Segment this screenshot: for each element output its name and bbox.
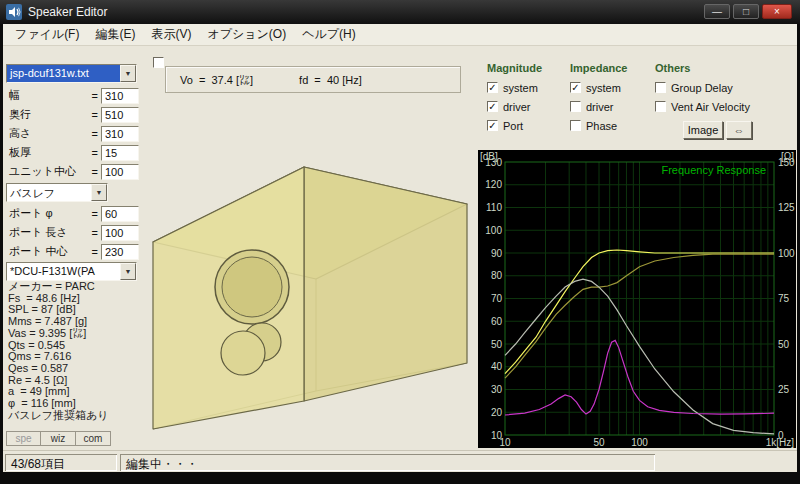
- equals-sign: =: [92, 166, 98, 178]
- port-param-label: ポート 長さ: [5, 225, 91, 240]
- menu-help[interactable]: ヘルプ(H): [294, 24, 364, 46]
- tab-spe[interactable]: spe: [6, 431, 41, 446]
- checkbox-magnitude-driver[interactable]: ✓: [487, 101, 498, 112]
- box-right-face: [304, 167, 467, 401]
- right-tick-label: 75: [778, 293, 790, 304]
- checkbox-label: Vent Air Velocity: [671, 101, 750, 113]
- equals-sign: =: [92, 227, 98, 239]
- right-tick-label: 25: [778, 384, 790, 395]
- port-param-input-item[interactable]: [101, 206, 139, 222]
- checkbox-row: Vent Air Velocity: [655, 97, 750, 116]
- left-tick-label: 110: [486, 202, 502, 213]
- right-tick-label: 125: [778, 202, 795, 213]
- checkbox-others-vent-air-velocity[interactable]: [655, 101, 666, 112]
- checkbox-label: Phase: [586, 120, 617, 132]
- port-param-input-item[interactable]: [101, 244, 139, 260]
- checkbox-label: Port: [503, 120, 523, 132]
- option-group-others: OthersGroup DelayVent Air Velocity: [655, 62, 750, 116]
- box-parameter-groupbox: Vo = 37.4 [㍑] fd = 40 [Hz]: [165, 66, 461, 93]
- checkbox-impedance-phase[interactable]: [570, 120, 581, 131]
- equals-sign: =: [92, 128, 98, 140]
- dimension-label: ユニット中心: [5, 164, 91, 179]
- vo-value: Vo = 37.4 [㍑]: [180, 74, 253, 86]
- close-button[interactable]: ×: [762, 4, 792, 19]
- dimension-input-item[interactable]: [101, 88, 139, 104]
- maximize-button[interactable]: □: [733, 4, 759, 19]
- checkbox-row: ✓Port: [487, 116, 542, 135]
- speaker-editor-window: Speaker Editor — □ × ファイル(F)編集(E)表示(V)オプ…: [0, 0, 800, 484]
- left-tick-label: 130: [485, 157, 502, 168]
- port-param-label: ポート φ: [5, 206, 91, 221]
- dimension-row: ユニット中心=: [5, 162, 139, 181]
- bottom-tabs: spewizcom: [6, 431, 111, 446]
- left-tick-label: 40: [491, 361, 503, 372]
- checkbox-label: driver: [586, 101, 614, 113]
- dimension-input-item[interactable]: [101, 145, 139, 161]
- chart-title: Frequency Response: [661, 164, 766, 176]
- status-edit-state: 編集中・・・: [120, 454, 655, 471]
- box-info-checkbox[interactable]: [153, 57, 164, 68]
- port-param-input-item[interactable]: [101, 225, 139, 241]
- driver-spec-line: φ = 116 [mm]: [8, 398, 109, 410]
- dimension-input-item[interactable]: [101, 164, 139, 180]
- dimension-label: 幅: [5, 88, 91, 103]
- app-speaker-icon: [6, 4, 22, 20]
- tab-wiz[interactable]: wiz: [41, 431, 76, 446]
- driver-spec-line: メーカー = PARC: [8, 281, 109, 293]
- checkbox-row: ✓system: [570, 78, 627, 97]
- checkbox-row: ✓system: [487, 78, 542, 97]
- port-param-row: ポート 長さ=: [5, 223, 139, 242]
- group-title-magnitude: Magnitude: [487, 62, 542, 74]
- left-tick-label: 70: [491, 293, 503, 304]
- checkbox-label: system: [586, 82, 621, 94]
- driver-spec-line: Qes = 0.587: [8, 363, 109, 375]
- left-tick-label: 50: [491, 339, 503, 350]
- right-tick-label: 50: [778, 339, 790, 350]
- chevron-down-icon[interactable]: ▼: [120, 263, 136, 280]
- driver-dropdown[interactable]: *DCU-F131W(PA ▼: [6, 262, 137, 281]
- checkbox-row: Phase: [570, 116, 627, 135]
- menu-edit[interactable]: 編集(E): [87, 24, 143, 46]
- checkbox-others-group-delay[interactable]: [655, 82, 666, 93]
- driver-spec-line: バスレフ推奨箱あり: [8, 410, 109, 422]
- option-group-magnitude: Magnitude✓system✓driver✓Port: [487, 62, 542, 135]
- client-area: ファイル(F)編集(E)表示(V)オプション(O)ヘルプ(H) jsp-dcuf…: [3, 24, 797, 472]
- equals-sign: =: [92, 109, 98, 121]
- checkbox-label: system: [503, 82, 538, 94]
- image-button[interactable]: Image: [683, 121, 723, 139]
- chevron-down-icon[interactable]: ▼: [91, 184, 107, 201]
- window-title: Speaker Editor: [28, 5, 107, 19]
- checkbox-magnitude-system[interactable]: ✓: [487, 82, 498, 93]
- enclosure-type-dropdown[interactable]: バスレフ ▼: [6, 183, 108, 202]
- port-param-label: ポート 中心: [5, 244, 91, 259]
- checkbox-row: Group Delay: [655, 78, 750, 97]
- driver-dropdown-value: *DCU-F131W(PA: [7, 263, 120, 280]
- swap-axes-button[interactable]: ⇔: [726, 121, 752, 139]
- checkbox-row: ✓driver: [487, 97, 542, 116]
- file-dropdown[interactable]: jsp-dcuf131w.txt ▼: [6, 64, 137, 83]
- menu-view[interactable]: 表示(V): [143, 24, 199, 46]
- left-tick-label: 80: [491, 270, 503, 281]
- left-tick-label: 100: [485, 225, 502, 236]
- x-tick-label: 100: [631, 437, 648, 448]
- checkbox-magnitude-port[interactable]: ✓: [487, 120, 498, 131]
- status-bar: 43/68項目 編集中・・・: [3, 450, 797, 472]
- dimension-row: 高さ=: [5, 124, 139, 143]
- chevron-down-icon[interactable]: ▼: [120, 65, 136, 82]
- port-param-row: ポート 中心=: [5, 242, 139, 261]
- dimension-input-item[interactable]: [101, 107, 139, 123]
- minimize-button[interactable]: —: [704, 4, 730, 19]
- file-dropdown-value: jsp-dcuf131w.txt: [7, 65, 120, 82]
- frequency-response-chart: [dB][Ω]130120110100908070605040302010150…: [478, 150, 796, 448]
- left-tick-label: 30: [491, 384, 503, 395]
- dimension-row: 奥行=: [5, 105, 139, 124]
- tab-com[interactable]: com: [76, 431, 111, 446]
- dimension-input-item[interactable]: [101, 126, 139, 142]
- menu-file[interactable]: ファイル(F): [7, 24, 87, 46]
- titlebar[interactable]: Speaker Editor — □ ×: [0, 0, 800, 24]
- checkbox-impedance-driver[interactable]: [570, 101, 581, 112]
- checkbox-impedance-system[interactable]: ✓: [570, 82, 581, 93]
- enclosure-3d-view[interactable]: [140, 95, 480, 445]
- equals-sign: =: [92, 147, 98, 159]
- menu-options[interactable]: オプション(O): [199, 24, 294, 46]
